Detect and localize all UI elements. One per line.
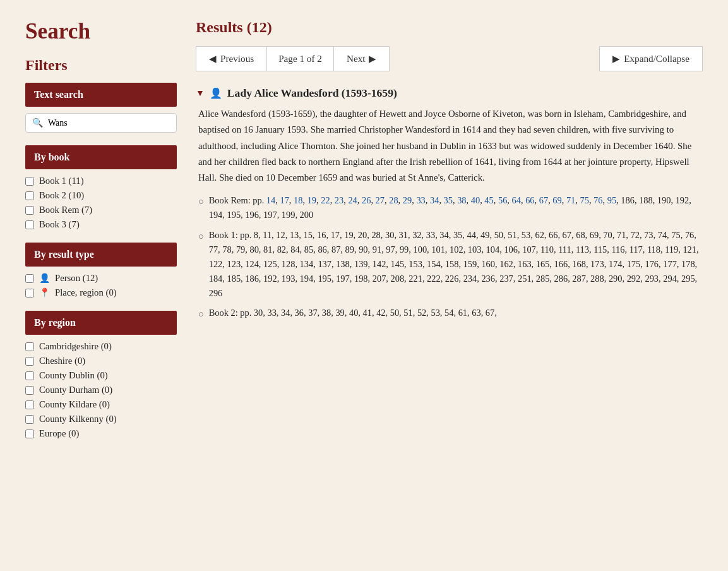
previous-button[interactable]: ◀ Previous: [196, 46, 267, 71]
county-kildare-option: County Kildare (0): [25, 399, 177, 410]
ref-link[interactable]: 34: [430, 195, 439, 205]
county-durham-label: County Durham (0): [39, 385, 112, 395]
ref-link[interactable]: 40: [471, 195, 480, 205]
county-kilkenny-checkbox[interactable]: [25, 415, 34, 424]
by-region-group: By region Cambridgeshire (0) Cheshire (0…: [25, 311, 177, 439]
ref-link[interactable]: 38: [457, 195, 466, 205]
book1-checkbox[interactable]: [25, 177, 34, 186]
by-result-type-header[interactable]: By result type: [25, 243, 177, 267]
ref-link[interactable]: 14: [266, 195, 275, 205]
ref-link[interactable]: 56: [498, 195, 507, 205]
ref-link[interactable]: 64: [512, 195, 521, 205]
book2-label: Book 2 (10): [39, 190, 84, 201]
ref-link[interactable]: 45: [484, 195, 493, 205]
ref-link[interactable]: 75: [580, 195, 589, 205]
county-durham-option: County Durham (0): [25, 385, 177, 395]
text-search-group: Text search 🔍: [25, 83, 177, 133]
ref-link[interactable]: 18: [294, 195, 302, 205]
ref-link[interactable]: 76: [594, 195, 602, 205]
ref-link[interactable]: 28: [389, 195, 398, 205]
result-header: ▼ 👤 Lady Alice Wandesford (1593-1659): [196, 87, 703, 100]
ref-link[interactable]: 33: [416, 195, 425, 205]
book1-bullet: ○: [198, 229, 204, 244]
ref-link[interactable]: 27: [376, 195, 385, 205]
book-rem-bullet: ○: [198, 195, 204, 209]
ref-link[interactable]: 95: [607, 195, 616, 205]
by-book-header[interactable]: By book: [25, 145, 177, 169]
book3-option: Book 3 (7): [25, 219, 177, 230]
search-box: 🔍: [25, 113, 177, 133]
ref-link[interactable]: 17: [280, 195, 289, 205]
ref-link[interactable]: 35: [444, 195, 453, 205]
person-label: Person (12): [55, 273, 98, 284]
book1-label: Book 1 (11): [39, 176, 84, 186]
book2-ref: ○ Book 2: pp. 30, 33, 34, 36, 37, 38, 39…: [198, 306, 703, 322]
place-checkbox[interactable]: [25, 289, 34, 298]
ref-link[interactable]: 24: [348, 195, 357, 205]
ref-link[interactable]: 26: [362, 195, 371, 205]
person-option: 👤 Person (12): [25, 273, 177, 284]
ref-link[interactable]: 22: [321, 195, 330, 205]
place-label: Place, region (0): [55, 287, 117, 298]
cambridgeshire-label: Cambridgeshire (0): [39, 341, 112, 352]
person-checkbox[interactable]: [25, 274, 34, 283]
ref-link[interactable]: 29: [403, 195, 412, 205]
next-button[interactable]: Next ▶: [333, 46, 390, 71]
by-book-group: By book Book 1 (11) Book 2 (10) Book Rem…: [25, 145, 177, 230]
previous-label: Previous: [220, 53, 254, 64]
result-toggle[interactable]: ▼: [196, 88, 205, 99]
county-dublin-option: County Dublin (0): [25, 370, 177, 381]
europe-checkbox[interactable]: [25, 430, 34, 438]
ref-link[interactable]: 19: [307, 195, 316, 205]
cheshire-checkbox[interactable]: [25, 357, 34, 366]
expand-label: Expand/Collapse: [624, 53, 689, 64]
cheshire-option: Cheshire (0): [25, 356, 177, 366]
next-arrow-icon: ▶: [369, 53, 376, 64]
ref-link[interactable]: 67: [539, 195, 548, 205]
place-option: 📍 Place, region (0): [25, 287, 177, 298]
ref-link[interactable]: 66: [525, 195, 534, 205]
ref-link[interactable]: 69: [552, 195, 561, 205]
person-icon: 👤: [39, 273, 50, 284]
county-dublin-label: County Dublin (0): [39, 370, 108, 381]
result-entry: ▼ 👤 Lady Alice Wandesford (1593-1659) Al…: [196, 87, 703, 322]
search-input[interactable]: [48, 118, 170, 128]
county-kilkenny-label: County Kilkenny (0): [39, 414, 117, 424]
bookrem-option: Book Rem (7): [25, 205, 177, 215]
right-panel: Results (12) ◀ Previous Page 1 of 2 Next…: [196, 19, 703, 452]
cheshire-label: Cheshire (0): [39, 356, 85, 366]
book2-checkbox[interactable]: [25, 191, 34, 200]
cambridgeshire-checkbox[interactable]: [25, 342, 34, 351]
book2-option: Book 2 (10): [25, 190, 177, 201]
place-icon: 📍: [39, 287, 50, 298]
filters-heading: Filters: [25, 57, 177, 74]
book3-checkbox[interactable]: [25, 220, 34, 229]
cambridgeshire-option: Cambridgeshire (0): [25, 341, 177, 352]
ref-link[interactable]: 71: [566, 195, 575, 205]
left-panel: Search Filters Text search 🔍 By book Boo…: [25, 19, 177, 452]
page-indicator: Page 1 of 2: [267, 46, 333, 71]
search-icon: 🔍: [32, 117, 43, 128]
bookrem-label: Book Rem (7): [39, 205, 92, 215]
result-name: Lady Alice Wandesford (1593-1659): [227, 87, 397, 100]
book2-bullet: ○: [198, 307, 204, 322]
book3-label: Book 3 (7): [39, 219, 80, 230]
expand-collapse-button[interactable]: ▶ Expand/Collapse: [599, 46, 703, 71]
book-refs: ○ Book Rem: pp. 14, 17, 18, 19, 22, 23, …: [196, 193, 703, 321]
book-rem-text: Book Rem: pp. 14, 17, 18, 19, 22, 23, 24…: [209, 193, 703, 222]
county-kildare-label: County Kildare (0): [39, 399, 110, 410]
expand-arrow-icon: ▶: [612, 53, 620, 64]
by-region-header[interactable]: By region: [25, 311, 177, 335]
county-dublin-checkbox[interactable]: [25, 371, 34, 380]
bookrem-checkbox[interactable]: [25, 206, 34, 215]
person-result-icon: 👤: [210, 87, 222, 99]
pagination-bar: ◀ Previous Page 1 of 2 Next ▶ ▶ Expand/C…: [196, 46, 703, 71]
county-kildare-checkbox[interactable]: [25, 400, 34, 409]
text-search-header[interactable]: Text search: [25, 83, 177, 107]
county-kilkenny-option: County Kilkenny (0): [25, 414, 177, 424]
page-title: Search: [25, 19, 177, 44]
europe-option: Europe (0): [25, 428, 177, 439]
previous-arrow-icon: ◀: [209, 53, 217, 64]
county-durham-checkbox[interactable]: [25, 386, 34, 395]
ref-link[interactable]: 23: [335, 195, 343, 205]
